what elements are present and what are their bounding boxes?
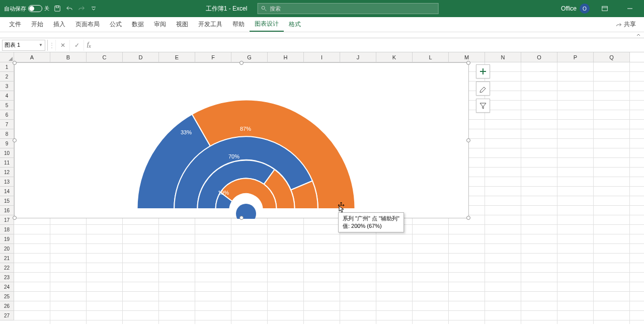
col-N[interactable]: N (485, 52, 521, 62)
enter-button[interactable]: ✓ (70, 40, 84, 51)
chart-filters-button[interactable] (476, 99, 490, 113)
resize-handle[interactable] (466, 61, 470, 65)
chart-elements-button[interactable] (476, 64, 490, 78)
tab-chart-design[interactable]: 图表设计 (250, 17, 284, 32)
cancel-button[interactable]: ✕ (56, 40, 70, 51)
grid-body: 1234567891011121314151617181920212223242… (0, 62, 644, 324)
name-box-dropdown-icon[interactable]: ▼ (39, 43, 43, 47)
col-I[interactable]: I (304, 52, 340, 62)
select-all-button[interactable] (0, 52, 14, 62)
tab-file[interactable]: 文件 (4, 17, 26, 32)
col-D[interactable]: D (123, 52, 159, 62)
row-7[interactable]: 7 (0, 120, 14, 129)
share-button[interactable]: 共享 (612, 20, 640, 29)
col-O[interactable]: O (521, 52, 557, 62)
search-box[interactable] (257, 3, 438, 14)
col-E[interactable]: E (159, 52, 195, 62)
row-13[interactable]: 13 (0, 177, 14, 187)
row-25[interactable]: 25 (0, 292, 14, 301)
chart-object[interactable]: 33% 87% 70% 19% (14, 62, 469, 218)
ribbon-body-collapsed (0, 32, 644, 38)
resize-handle[interactable] (13, 216, 17, 220)
row-1[interactable]: 1 (0, 62, 14, 72)
minimize-button[interactable] (620, 0, 640, 17)
row-10[interactable]: 10 (0, 148, 14, 158)
row-18[interactable]: 18 (0, 225, 14, 234)
row-6[interactable]: 6 (0, 110, 14, 120)
col-J[interactable]: J (340, 52, 376, 62)
row-9[interactable]: 9 (0, 139, 14, 148)
row-24[interactable]: 24 (0, 282, 14, 292)
center-dot[interactable] (236, 204, 256, 219)
row-11[interactable]: 11 (0, 158, 14, 168)
row-17[interactable]: 17 (0, 215, 14, 225)
col-M[interactable]: M (449, 52, 485, 62)
row-8[interactable]: 8 (0, 129, 14, 139)
tab-page-layout[interactable]: 页面布局 (70, 17, 105, 32)
row-16[interactable]: 16 (0, 206, 14, 215)
row-2[interactable]: 2 (0, 72, 14, 82)
autosave-toggle[interactable]: 自动保存 关 (4, 5, 49, 13)
search-input[interactable] (270, 6, 435, 12)
ribbon-display-options-icon[interactable] (595, 0, 615, 17)
tab-review[interactable]: 审阅 (149, 17, 171, 32)
tab-format[interactable]: 格式 (284, 17, 306, 32)
tab-developer[interactable]: 开发工具 (193, 17, 227, 32)
tooltip-line2: 值: 200% (67%) (343, 222, 399, 230)
cells-area[interactable]: 33% 87% 70% 19% (14, 62, 644, 324)
ribbon-right: 共享 (612, 17, 640, 32)
col-K[interactable]: K (376, 52, 413, 62)
formula-expand-icon[interactable]: ⋮ (48, 40, 56, 51)
row-3[interactable]: 3 (0, 82, 14, 91)
row-15[interactable]: 15 (0, 196, 14, 206)
row-22[interactable]: 22 (0, 263, 14, 273)
autosave-switch[interactable] (28, 5, 42, 12)
tab-home[interactable]: 开始 (26, 17, 48, 32)
col-H[interactable]: H (268, 52, 304, 62)
row-21[interactable]: 21 (0, 254, 14, 263)
row-5[interactable]: 5 (0, 101, 14, 110)
col-A[interactable]: A (14, 52, 50, 62)
redo-icon[interactable] (77, 5, 86, 13)
resize-handle[interactable] (13, 138, 17, 142)
tab-formulas[interactable]: 公式 (105, 17, 127, 32)
tab-view[interactable]: 视图 (171, 17, 193, 32)
resize-handle[interactable] (239, 216, 244, 220)
save-icon[interactable] (53, 5, 61, 13)
tab-insert[interactable]: 插入 (48, 17, 70, 32)
row-4[interactable]: 4 (0, 91, 14, 101)
col-Q[interactable]: Q (594, 52, 630, 62)
label-inner: 19% (218, 190, 229, 196)
col-G[interactable]: G (231, 52, 268, 62)
col-C[interactable]: C (87, 52, 123, 62)
fan-chart[interactable]: 33% 87% 70% 19% (130, 68, 362, 219)
row-20[interactable]: 20 (0, 244, 14, 254)
row-12[interactable]: 12 (0, 168, 14, 177)
formula-input[interactable] (96, 41, 642, 49)
col-B[interactable]: B (50, 52, 87, 62)
col-P[interactable]: P (557, 52, 594, 62)
ribbon-collapse-icon[interactable] (633, 32, 644, 38)
row-14[interactable]: 14 (0, 187, 14, 196)
share-label: 共享 (624, 20, 636, 29)
name-box[interactable]: 图表 1 ▼ (2, 40, 45, 51)
tab-data[interactable]: 数据 (127, 17, 149, 32)
row-19[interactable]: 19 (0, 234, 14, 244)
resize-handle[interactable] (466, 138, 470, 142)
fx-icon[interactable]: fx (84, 41, 94, 49)
search-icon (261, 6, 267, 12)
resize-handle[interactable] (13, 61, 17, 65)
chart-styles-button[interactable] (476, 82, 490, 96)
col-F[interactable]: F (195, 52, 231, 62)
col-L[interactable]: L (413, 52, 449, 62)
worksheet-grid[interactable]: A B C D E F G H I J K L M N O P Q 123456… (0, 52, 644, 324)
tab-help[interactable]: 帮助 (227, 17, 250, 32)
resize-handle[interactable] (239, 61, 244, 65)
account-badge[interactable]: Office O (561, 4, 590, 14)
row-26[interactable]: 26 (0, 301, 14, 311)
qat-dropdown-icon[interactable] (90, 5, 98, 13)
row-27[interactable]: 27 (0, 311, 14, 320)
resize-handle[interactable] (466, 216, 470, 220)
undo-icon[interactable] (65, 5, 73, 13)
row-23[interactable]: 23 (0, 273, 14, 282)
